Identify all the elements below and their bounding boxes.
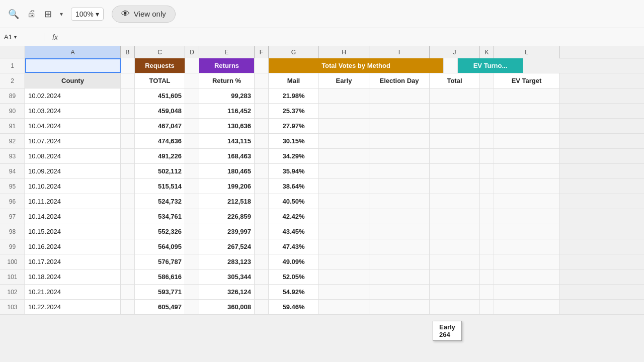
cell-early[interactable] [319, 254, 369, 269]
cell-b[interactable] [121, 119, 135, 133]
cell-f[interactable] [255, 194, 269, 209]
cell-elecday[interactable] [369, 149, 430, 163]
cell-d[interactable] [185, 224, 199, 239]
cell-requests[interactable]: 593,771 [135, 285, 185, 299]
cell-f[interactable] [255, 269, 269, 284]
cell-b[interactable] [121, 194, 135, 209]
cell-requests[interactable]: 451,605 [135, 88, 185, 103]
cell-f[interactable] [255, 104, 269, 118]
cell-total[interactable] [430, 254, 480, 269]
cell-b[interactable] [121, 149, 135, 163]
cell-mail[interactable]: 59.46% [269, 300, 319, 314]
cell-b1[interactable] [121, 58, 135, 73]
cell-d2[interactable] [185, 73, 199, 88]
col-header-f[interactable]: F [255, 46, 269, 58]
cell-ev[interactable] [494, 164, 559, 178]
col-header-a[interactable]: A [25, 46, 121, 58]
cell-f[interactable] [255, 285, 269, 299]
cell-f[interactable] [255, 149, 269, 163]
format-icon[interactable]: ⊞ [44, 9, 52, 20]
cell-d[interactable] [185, 254, 199, 269]
cell-c2[interactable]: TOTAL [135, 73, 185, 88]
cell-b[interactable] [121, 269, 135, 284]
cell-ev[interactable] [494, 149, 559, 163]
cell-k[interactable] [480, 149, 494, 163]
cell-mail[interactable]: 38.64% [269, 179, 319, 194]
cell-b[interactable] [121, 104, 135, 118]
cell-elecday[interactable] [369, 269, 430, 284]
cell-k[interactable] [480, 224, 494, 239]
cell-mail[interactable]: 34.29% [269, 149, 319, 163]
cell-elecday[interactable] [369, 164, 430, 178]
cell-early[interactable] [319, 179, 369, 194]
format-dropdown-arrow[interactable]: ▾ [60, 11, 63, 18]
cell-mail[interactable]: 42.42% [269, 209, 319, 224]
cell-date[interactable]: 10.15.2024 [25, 224, 121, 239]
cell-d[interactable] [185, 104, 199, 118]
cell-mail[interactable]: 30.15% [269, 134, 319, 148]
cell-total[interactable] [430, 209, 480, 224]
cell-k[interactable] [480, 300, 494, 314]
cell-elecday[interactable] [369, 179, 430, 194]
cell-date[interactable]: 10.03.2024 [25, 104, 121, 118]
cell-f[interactable] [255, 224, 269, 239]
cell-h2[interactable]: Early [319, 73, 369, 88]
cell-total[interactable] [430, 179, 480, 194]
cell-early[interactable] [319, 88, 369, 103]
cell-k[interactable] [480, 164, 494, 178]
cell-mail[interactable]: 35.94% [269, 164, 319, 178]
cell-mail[interactable]: 47.43% [269, 239, 319, 254]
cell-requests[interactable]: 474,636 [135, 134, 185, 148]
cell-k[interactable] [480, 179, 494, 194]
cell-f[interactable] [255, 300, 269, 314]
cell-ev[interactable] [494, 269, 559, 284]
cell-k[interactable] [480, 134, 494, 148]
cell-mail[interactable]: 27.97% [269, 119, 319, 133]
cell-ev[interactable] [494, 134, 559, 148]
cell-d[interactable] [185, 179, 199, 194]
cell-date[interactable]: 10.09.2024 [25, 164, 121, 178]
cell-returns[interactable]: 305,344 [199, 269, 255, 284]
cell-f[interactable] [255, 179, 269, 194]
cell-b[interactable] [121, 88, 135, 103]
cell-c1[interactable]: Requests [135, 58, 185, 73]
cell-early[interactable] [319, 209, 369, 224]
cell-b[interactable] [121, 239, 135, 254]
cell-requests[interactable]: 491,226 [135, 149, 185, 163]
cell-elecday[interactable] [369, 300, 430, 314]
cell-total[interactable] [430, 164, 480, 178]
cell-ev[interactable] [494, 285, 559, 299]
cell-elecday[interactable] [369, 104, 430, 118]
cell-k[interactable] [480, 104, 494, 118]
cell-ev[interactable] [494, 254, 559, 269]
cell-total[interactable] [430, 134, 480, 148]
cell-total[interactable] [430, 194, 480, 209]
cell-k[interactable] [480, 209, 494, 224]
cell-requests[interactable]: 515,514 [135, 179, 185, 194]
cell-f[interactable] [255, 134, 269, 148]
cell-requests[interactable]: 534,761 [135, 209, 185, 224]
cell-mail[interactable]: 40.50% [269, 194, 319, 209]
cell-total[interactable] [430, 239, 480, 254]
cell-b[interactable] [121, 300, 135, 314]
col-header-d[interactable]: D [185, 46, 199, 58]
cell-d[interactable] [185, 209, 199, 224]
cell-b[interactable] [121, 164, 135, 178]
cell-date[interactable]: 10.02.2024 [25, 88, 121, 103]
cell-ev[interactable] [494, 119, 559, 133]
cell-elecday[interactable] [369, 134, 430, 148]
cell-b[interactable] [121, 285, 135, 299]
col-header-i[interactable]: I [369, 46, 430, 58]
print-icon[interactable]: 🖨 [27, 9, 36, 19]
cell-total[interactable] [430, 300, 480, 314]
cell-elecday[interactable] [369, 285, 430, 299]
cell-date[interactable]: 10.21.2024 [25, 285, 121, 299]
col-header-g[interactable]: G [269, 46, 319, 58]
cell-g1[interactable]: Total Votes by Method [269, 58, 444, 73]
cell-ev[interactable] [494, 300, 559, 314]
cell-d[interactable] [185, 134, 199, 148]
cell-k[interactable] [480, 269, 494, 284]
cell-k[interactable] [480, 119, 494, 133]
cell-requests[interactable]: 605,497 [135, 300, 185, 314]
cell-elecday[interactable] [369, 119, 430, 133]
